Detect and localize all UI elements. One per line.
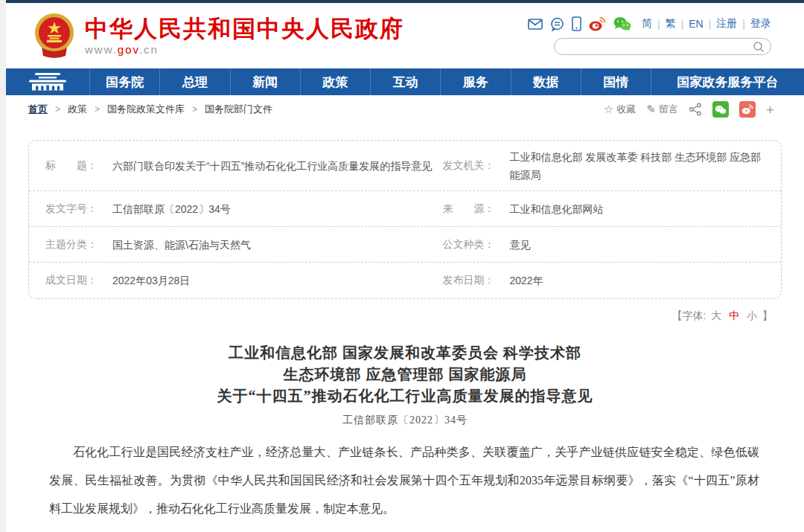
document-number: 工信部联原〔2022〕34号 — [6, 414, 804, 427]
document-title-line3: 关于“十四五”推动石化化工行业高质量发展的指导意见 — [6, 385, 804, 407]
lang-english-link[interactable]: EN — [689, 18, 703, 30]
lang-traditional-link[interactable]: 繁 — [666, 17, 676, 31]
meta-row-dates: 成文日期： 2022年03月28日 发布日期： 2022年 — [29, 263, 781, 298]
meta-value-doc-number: 工信部联原〔2022〕34号 — [112, 200, 231, 218]
comment-button[interactable]: ✎ 留言 — [646, 103, 678, 116]
nav-home[interactable] — [6, 68, 89, 95]
font-size-large-button[interactable]: 大 — [711, 310, 721, 321]
share-button[interactable] — [689, 103, 702, 116]
meta-label-title: 标 题： — [45, 159, 102, 173]
national-emblem-icon — [33, 13, 76, 59]
nav-item-guowuyuan[interactable]: 国务院 — [89, 68, 159, 95]
site-brand[interactable]: 中华人民共和国中央人民政府 www.gov.cn — [33, 13, 404, 59]
meta-value-issuing-agency: 工业和信息化部 发展改革委 科技部 生态环境部 应急部 能源局 — [510, 148, 762, 184]
share-wechat-button[interactable] — [712, 101, 729, 118]
meta-row-category: 主题分类： 国土资源、能源\石油与天然气 公文种类： 意见 — [29, 227, 781, 263]
meta-row-number: 发文字号： 工信部联原〔2022〕34号 来 源： 工业和信息化部网站 — [29, 191, 781, 227]
nav-item-guoqing[interactable]: 国情 — [581, 68, 651, 95]
breadcrumb-home[interactable]: 首页 — [28, 103, 48, 116]
brand-text: 中华人民共和国中央人民政府 www.gov.cn — [85, 16, 404, 56]
nav-item-zhengwu-platform[interactable]: 国家政务服务平台 — [651, 68, 804, 95]
breadcrumb: 首页 > 政策 > 国务院政策文件库 > 国务院部门文件 — [28, 103, 272, 116]
meta-value-doc-type: 意见 — [510, 236, 531, 254]
mobile-icon[interactable] — [572, 16, 581, 31]
meta-label-doc-type: 公文种类： — [443, 238, 500, 251]
font-size-prefix: 【字体: — [672, 310, 706, 321]
meta-label-publish-date: 发布日期： — [443, 274, 500, 287]
favorite-label: 收藏 — [616, 103, 636, 116]
nav-item-zongli[interactable]: 总理 — [159, 68, 229, 95]
login-link[interactable]: 登录 — [750, 17, 771, 31]
meta-label-topic-category: 主题分类： — [45, 238, 102, 251]
document-title: 工业和信息化部 国家发展和改革委员会 科学技术部 生态环境部 应急管理部 国家能… — [6, 342, 804, 407]
breadcrumb-separator: > — [95, 104, 100, 115]
nav-item-zhengce[interactable]: 政策 — [300, 68, 370, 95]
document-meta-box: 标 题： 六部门联合印发关于“十四五”推动石化化工行业高质量发展的指导意见 发文… — [28, 140, 782, 299]
nav-item-xinwen[interactable]: 新闻 — [230, 68, 300, 95]
font-size-medium-button[interactable]: 中 — [729, 310, 739, 321]
meta-label-source: 来 源： — [443, 202, 500, 216]
site-url[interactable]: www.gov.cn — [85, 43, 404, 56]
header-quick-links: 简 | 繁 | EN | 注册 | 登录 — [528, 16, 771, 31]
meta-row-title: 标 题： 六部门联合印发关于“十四五”推动石化化工行业高质量发展的指导意见 发文… — [29, 141, 781, 191]
breadcrumb-zhengce[interactable]: 政策 — [68, 103, 87, 116]
font-size-small-button[interactable]: 小 — [747, 310, 757, 321]
mail-icon[interactable] — [528, 19, 543, 30]
breadcrumb-bar: 首页 > 政策 > 国务院政策文件库 > 国务院部门文件 ☆ 收藏 ✎ 留言 — [6, 95, 804, 124]
nav-item-hudong[interactable]: 互动 — [370, 68, 440, 95]
meta-label-doc-number: 发文字号： — [45, 202, 102, 216]
breadcrumb-separator: > — [55, 104, 60, 115]
document-paragraph: 石化化工行业是国民经济支柱产业，经济总量大、产业链条长、产品种类多、关联覆盖广，… — [49, 438, 759, 523]
meta-label-issuing-agency: 发文机关： — [443, 159, 500, 173]
nav-item-shuju[interactable]: 数据 — [511, 68, 581, 95]
search-box[interactable] — [554, 38, 771, 55]
meta-label-signed-date: 成文日期： — [45, 274, 102, 287]
breadcrumb-department-docs[interactable]: 国务院部门文件 — [205, 103, 272, 116]
search-input[interactable] — [564, 41, 753, 52]
wechat-share-icon — [715, 105, 727, 115]
section-heading-1: 一、总体要求 — [49, 527, 759, 532]
more-actions-button[interactable]: + — [766, 103, 774, 117]
star-icon: ☆ — [604, 103, 613, 116]
pencil-icon: ✎ — [646, 103, 656, 116]
breadcrumb-separator: > — [192, 104, 197, 115]
page-actions: ☆ 收藏 ✎ 留言 + — [604, 101, 774, 118]
message-icon[interactable] — [550, 17, 564, 31]
main-nav: 国务院 总理 新闻 政策 互动 服务 数据 国情 国家政务服务平台 — [6, 68, 804, 95]
site-title: 中华人民共和国中央人民政府 — [85, 16, 404, 42]
weibo-share-icon — [741, 104, 753, 115]
header-right: 简 | 繁 | EN | 注册 | 登录 — [528, 16, 771, 55]
lang-simplified-link[interactable]: 简 — [642, 17, 652, 31]
language-links: 简 | 繁 | EN | 注册 | 登录 — [642, 17, 771, 31]
meta-value-publish-date: 2022年 — [510, 272, 543, 289]
font-size-bar: 【字体: 大 中 小 】 — [6, 310, 804, 323]
weibo-icon[interactable] — [589, 16, 606, 31]
share-icon — [689, 103, 702, 116]
search-icon[interactable] — [753, 41, 765, 53]
document-title-line1: 工业和信息化部 国家发展和改革委员会 科学技术部 — [6, 342, 804, 364]
font-size-suffix: 】 — [762, 310, 773, 321]
document-title-line2: 生态环境部 应急管理部 国家能源局 — [6, 364, 804, 385]
document-body: 石化化工行业是国民经济支柱产业，经济总量大、产业链条长、产品种类多、关联覆盖广，… — [49, 438, 759, 532]
register-link[interactable]: 注册 — [716, 17, 737, 31]
wechat-icon[interactable] — [613, 16, 631, 31]
share-weibo-button[interactable] — [739, 101, 756, 118]
favorite-button[interactable]: ☆ 收藏 — [604, 103, 636, 116]
meta-value-title: 六部门联合印发关于“十四五”推动石化化工行业高质量发展的指导意见 — [112, 157, 432, 175]
tiananmen-icon — [26, 73, 69, 91]
meta-value-signed-date: 2022年03月28日 — [112, 272, 190, 289]
site-header: 中华人民共和国中央人民政府 www.gov.cn — [6, 3, 804, 68]
breadcrumb-policy-library[interactable]: 国务院政策文件库 — [107, 103, 185, 116]
nav-item-fuwu[interactable]: 服务 — [440, 68, 510, 95]
meta-value-topic-category: 国土资源、能源\石油与天然气 — [112, 236, 251, 254]
page: 中华人民共和国中央人民政府 www.gov.cn — [6, 0, 804, 532]
meta-value-source: 工业和信息化部网站 — [510, 200, 604, 218]
comment-label: 留言 — [659, 103, 678, 116]
